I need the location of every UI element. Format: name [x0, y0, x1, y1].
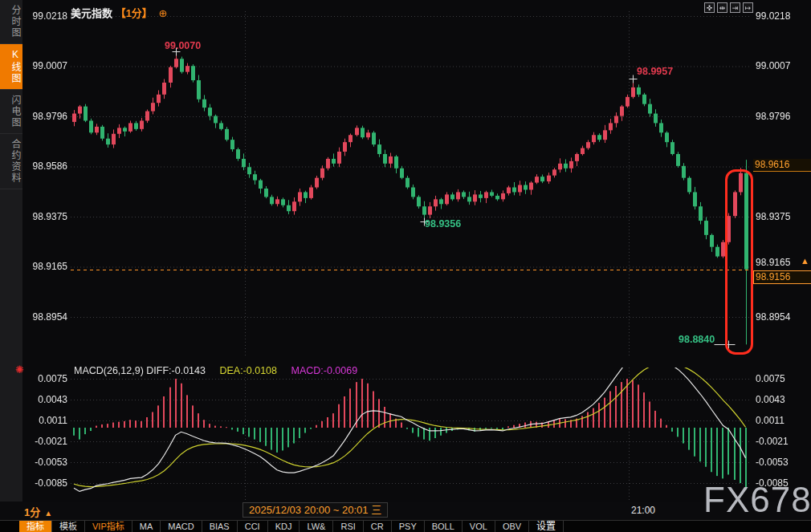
latest-move-highlight: [725, 169, 753, 355]
macd-axis-label: -0.0085: [26, 477, 67, 489]
macd-axis-label: 0.0011: [756, 415, 804, 426]
time-axis-label: 21:00: [631, 505, 655, 516]
macd-axis-label: -0.0021: [756, 436, 804, 447]
price-axis-label: 98.8954: [756, 311, 804, 323]
fit-range-icon[interactable]: ⇹: [717, 2, 727, 13]
price-axis-label: 98.9796: [26, 111, 67, 122]
tab-macd[interactable]: MACD: [161, 521, 202, 532]
tab-lwr[interactable]: LW&: [300, 521, 333, 532]
swing-low-label: 98.9356: [425, 218, 461, 229]
macd-axis-label: 0.0075: [26, 373, 67, 384]
macd-axis-label: 0.0043: [756, 394, 804, 405]
macd-axis-label: -0.0053: [756, 457, 804, 468]
tab-settings[interactable]: 设置: [529, 521, 564, 532]
sidebar-tab-time-chart[interactable]: 分时图: [0, 0, 22, 44]
trading-app-window: 分时图 K线图 闪电图 合约资料 美元指数 【1分】 ⊕ ✜ ⇹ ⇥ ↦ 99.…: [0, 0, 811, 532]
price-axis-label: 98.9165: [756, 257, 804, 268]
chart-toolbar: ✜ ⇹ ⇥ ↦: [704, 2, 753, 13]
sidebar-tab-lightning[interactable]: 闪电图: [0, 90, 22, 134]
tab-vol[interactable]: VOL: [463, 521, 495, 532]
price-axis-label: 99.0218: [26, 10, 67, 22]
tab-templates[interactable]: 模板: [52, 521, 85, 532]
price-axis-label: 98.9796: [756, 111, 804, 122]
session-high-label: 99.0070: [165, 40, 201, 51]
macd-axis-label: -0.0021: [26, 436, 67, 447]
period-tag: 【1分】: [116, 7, 153, 19]
chart-title: 美元指数 【1分】 ⊕: [71, 5, 167, 20]
bar-datetime-readout: 2025/12/03 20:00 ~ 20:01 三: [242, 502, 388, 518]
tab-vip-indicators[interactable]: VIP指标: [85, 521, 132, 532]
alert-burst-icon[interactable]: ✺: [15, 363, 24, 376]
price-axis-label: 98.8954: [26, 311, 67, 323]
current-price-box: 98.9156: [753, 270, 811, 284]
crosshair-tool-icon[interactable]: ✜: [704, 2, 715, 13]
goto-latest-icon[interactable]: ↦: [743, 2, 753, 13]
tab-obv[interactable]: OBV: [495, 521, 529, 532]
macd-dea-value: DEA:-0.0108: [219, 365, 277, 376]
tab-indicators[interactable]: 指标: [19, 521, 52, 532]
status-row: 1分▲ 2025/12/03 20:00 ~ 20:01 三 21:00: [0, 502, 811, 520]
macd-axis-label: 0.0011: [26, 415, 67, 426]
tab-cr[interactable]: CR: [364, 521, 392, 532]
swing-high-label: 98.9957: [637, 66, 673, 77]
indicator-tab-bar: 指标 模板 VIP指标 MA MACD BIAS CCI KDJ LW& RSI…: [0, 520, 811, 532]
sidebar-tab-kline[interactable]: K线图: [0, 44, 22, 90]
tab-psy[interactable]: PSY: [392, 521, 425, 532]
tab-boll[interactable]: BOLL: [425, 521, 463, 532]
price-axis-label: 98.9375: [756, 211, 804, 222]
macd-axis-label: 0.0043: [26, 394, 67, 405]
price-up-arrow-icon: ▲: [801, 256, 809, 266]
tab-kdj[interactable]: KDJ: [268, 521, 300, 532]
add-symbol-icon[interactable]: ⊕: [159, 7, 168, 19]
period-dropdown-icon: ▲: [44, 509, 52, 518]
tab-rsi[interactable]: RSI: [333, 521, 363, 532]
price-axis-label: 98.9165: [26, 261, 67, 272]
macd-header: MACD(26,12,9) DIFF:-0.0143 DEA:-0.0108 M…: [74, 365, 357, 376]
sidebar-tab-contract-info[interactable]: 合约资料: [0, 134, 22, 189]
period-value: 1分: [24, 506, 40, 518]
symbol-name: 美元指数: [71, 7, 112, 19]
price-axis-label: 99.0218: [756, 10, 804, 22]
macd-axis-label: 0.0075: [756, 373, 804, 384]
macd-formula-diff: MACD(26,12,9) DIFF:-0.0143: [74, 365, 206, 376]
tab-bias[interactable]: BIAS: [202, 521, 238, 532]
chart-canvas[interactable]: [0, 0, 811, 532]
price-axis-label: 99.0007: [756, 60, 804, 71]
price-axis-label: 98.9375: [26, 211, 67, 222]
period-selector[interactable]: 1分▲: [24, 504, 52, 519]
left-sidebar: 分时图 K线图 闪电图 合约资料: [0, 0, 22, 502]
tab-ma[interactable]: MA: [132, 521, 161, 532]
macd-hist-value: MACD:-0.0069: [291, 365, 358, 376]
fx678-watermark: FX678: [703, 480, 811, 520]
tab-cci[interactable]: CCI: [238, 521, 268, 532]
step-forward-icon[interactable]: ⇥: [730, 2, 740, 13]
upper-ref-price-box: 98.9616: [753, 159, 811, 172]
macd-axis-label: -0.0053: [26, 457, 67, 468]
session-low-label: 98.8840: [679, 334, 715, 345]
price-axis-label: 98.9586: [26, 160, 67, 172]
price-axis-label: 99.0007: [26, 60, 67, 71]
